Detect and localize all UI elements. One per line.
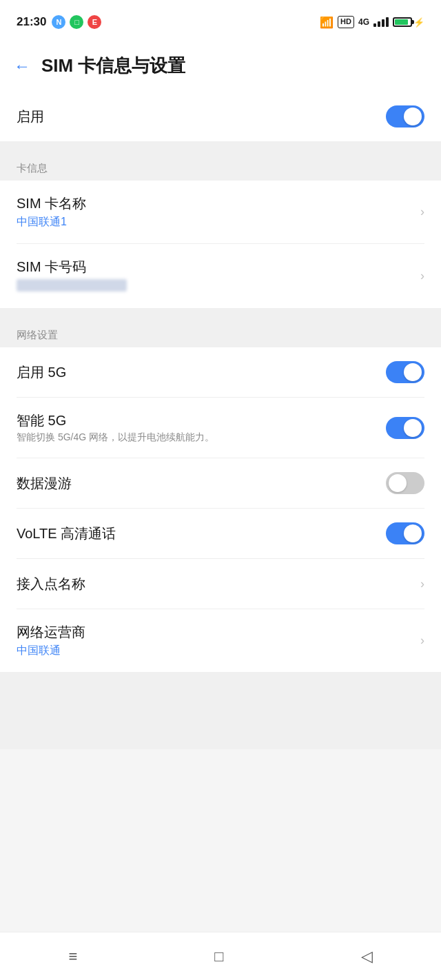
carrier-row[interactable]: 网络运营商 中国联通 › <box>0 609 441 672</box>
content: 启用 卡信息 SIM 卡名称 中国联通1 › SIM 卡号码 › <box>0 92 441 749</box>
sim-number-value <box>17 279 127 292</box>
sim-number-label: SIM 卡号码 <box>17 258 420 276</box>
page-title: SIM 卡信息与设置 <box>41 54 185 78</box>
hd-badge: HD <box>338 16 354 28</box>
volte-knob <box>404 524 422 542</box>
network-section-label-wrapper: 网络设置 <box>0 316 441 347</box>
apn-label: 接入点名称 <box>17 575 85 593</box>
carrier-label: 网络运营商 <box>17 623 420 642</box>
back-button[interactable]: ← <box>14 58 30 74</box>
data-roaming-row: 数据漫游 <box>0 458 441 508</box>
sim-name-value: 中国联通1 <box>17 215 420 229</box>
page-header: ← SIM 卡信息与设置 <box>0 41 441 92</box>
enable-section: 启用 <box>0 92 441 141</box>
enable-row: 启用 <box>0 92 441 141</box>
smart-5g-toggle[interactable] <box>386 417 424 439</box>
sim-name-row[interactable]: SIM 卡名称 中国联通1 › <box>0 181 441 243</box>
status-left-icons: N □ E <box>52 15 101 29</box>
battery-icon: ⚡ <box>393 17 424 28</box>
battery-fill <box>395 19 408 25</box>
network-section-label: 网络设置 <box>0 316 441 347</box>
smart-5g-knob <box>404 419 422 437</box>
network-section: 启用 5G 智能 5G 智能切换 5G/4G 网络，以提升电池续航能力。 数据漫… <box>0 347 441 672</box>
data-roaming-label: 数据漫游 <box>17 474 72 493</box>
volte-toggle[interactable] <box>386 522 424 544</box>
4g-signal-icon: 4G <box>358 17 369 27</box>
status-right-icons: 📶 HD 4G ⚡ <box>320 16 424 29</box>
card-info-section-label: 卡信息 <box>0 150 441 181</box>
nav-menu-button[interactable]: ≡ <box>68 948 77 966</box>
apn-row[interactable]: 接入点名称 › <box>0 559 441 609</box>
volte-row: VoLTE 高清通话 <box>0 509 441 558</box>
bar4 <box>386 17 389 27</box>
bar2 <box>378 21 380 27</box>
notification-icon-3: E <box>88 15 101 29</box>
battery-percent: ⚡ <box>413 17 424 28</box>
signal-bars <box>373 17 389 27</box>
bar3 <box>382 19 384 27</box>
sim-number-chevron: › <box>420 269 424 283</box>
apn-chevron: › <box>420 577 424 591</box>
notification-icon-1: N <box>52 15 65 29</box>
notification-icon-2: □ <box>70 15 83 29</box>
enable-5g-toggle[interactable] <box>386 361 424 383</box>
smart-5g-row: 智能 5G 智能切换 5G/4G 网络，以提升电池续航能力。 <box>0 398 441 458</box>
volte-label: VoLTE 高清通话 <box>17 524 116 543</box>
sim-name-chevron: › <box>420 205 424 219</box>
smart-5g-left: 智能 5G 智能切换 5G/4G 网络，以提升电池续航能力。 <box>17 411 386 444</box>
sim-name-left: SIM 卡名称 中国联通1 <box>17 194 420 229</box>
enable-label: 启用 <box>17 108 44 126</box>
enable-toggle[interactable] <box>386 105 424 127</box>
card-info-section: SIM 卡名称 中国联通1 › SIM 卡号码 › <box>0 181 441 308</box>
battery-rect <box>393 17 412 27</box>
enable-5g-knob <box>404 363 422 381</box>
bar1 <box>373 23 376 27</box>
nav-home-button[interactable]: □ <box>214 948 223 966</box>
data-roaming-toggle[interactable] <box>386 472 424 494</box>
data-roaming-knob <box>389 474 407 492</box>
enable-5g-label: 启用 5G <box>17 363 66 382</box>
enable-toggle-knob <box>404 108 422 125</box>
smart-5g-sublabel: 智能切换 5G/4G 网络，以提升电池续航能力。 <box>17 431 386 444</box>
sim-number-left: SIM 卡号码 <box>17 258 420 294</box>
status-time: 21:30 <box>17 15 46 29</box>
bottom-spacing <box>0 680 441 749</box>
smart-5g-label: 智能 5G <box>17 411 386 430</box>
card-info-section-label-wrapper: 卡信息 <box>0 150 441 181</box>
carrier-left: 网络运营商 中国联通 <box>17 623 420 658</box>
bottom-nav: ≡ □ ◁ <box>0 932 441 980</box>
status-bar: 21:30 N □ E 📶 HD 4G ⚡ <box>0 0 441 41</box>
enable-5g-row: 启用 5G <box>0 347 441 397</box>
nav-back-button[interactable]: ◁ <box>361 948 373 966</box>
sim-number-row[interactable]: SIM 卡号码 › <box>0 244 441 308</box>
carrier-value: 中国联通 <box>17 644 420 658</box>
sim-name-label: SIM 卡名称 <box>17 194 420 213</box>
wifi-icon: 📶 <box>320 16 334 29</box>
carrier-chevron: › <box>420 633 424 648</box>
